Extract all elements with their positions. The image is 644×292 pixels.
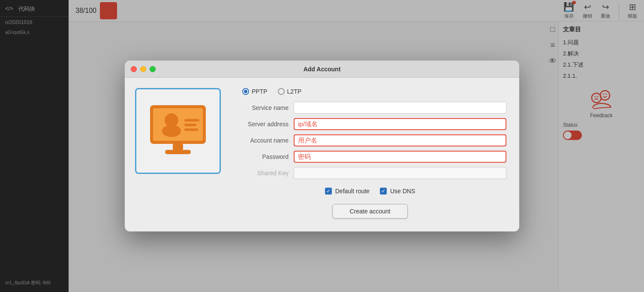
account-name-label: Account name	[234, 137, 294, 144]
account-name-row: Account name	[234, 134, 506, 146]
svg-rect-13	[173, 144, 183, 150]
window-controls	[131, 66, 156, 72]
password-input[interactable]	[294, 151, 506, 163]
password-row: Password	[234, 151, 506, 163]
protocol-radio-row: PPTP L2TP	[234, 88, 506, 95]
shared-key-row: Shared Key	[234, 167, 506, 179]
minimize-button[interactable]	[140, 66, 146, 72]
default-route-box: ✓	[325, 188, 332, 195]
dialog-icon-area	[135, 88, 221, 219]
default-route-check: ✓	[326, 189, 331, 194]
default-route-label: Default route	[335, 188, 370, 195]
vpn-icon-svg	[144, 97, 212, 165]
dialog-titlebar: Add Account	[125, 61, 519, 78]
default-route-checkbox[interactable]: ✓ Default route	[325, 188, 370, 195]
dialog-body: PPTP L2TP Service name Server address	[125, 78, 519, 231]
create-account-button[interactable]: Create account	[332, 204, 408, 219]
modal-overlay: Add Account	[0, 0, 644, 292]
svg-point-9	[162, 125, 181, 137]
l2tp-radio[interactable]: L2TP	[278, 88, 301, 95]
dialog-form-area: PPTP L2TP Service name Server address	[234, 88, 506, 219]
pptp-label: PPTP	[252, 88, 268, 95]
svg-rect-12	[184, 128, 198, 131]
l2tp-radio-circle	[278, 88, 285, 95]
account-icon	[135, 88, 221, 174]
checkboxes-row: ✓ Default route ✓ Use DNS	[234, 188, 506, 195]
svg-rect-10	[184, 119, 199, 122]
use-dns-label: Use DNS	[390, 188, 415, 195]
service-name-label: Service name	[234, 104, 294, 111]
shared-key-input[interactable]	[294, 167, 506, 179]
close-button[interactable]	[131, 66, 137, 72]
use-dns-box: ✓	[380, 188, 387, 195]
l2tp-label: L2TP	[287, 88, 301, 95]
shared-key-label: Shared Key	[234, 170, 294, 176]
add-account-dialog: Add Account	[125, 61, 519, 231]
maximize-button[interactable]	[150, 66, 156, 72]
use-dns-checkbox[interactable]: ✓ Use DNS	[380, 188, 415, 195]
pptp-radio-circle	[242, 88, 249, 95]
password-label: Password	[234, 153, 294, 160]
account-name-input[interactable]	[294, 134, 506, 146]
use-dns-check: ✓	[381, 189, 385, 194]
service-name-row: Service name	[234, 102, 506, 114]
server-address-row: Server address	[234, 118, 506, 130]
svg-rect-14	[165, 150, 191, 154]
service-name-input[interactable]	[294, 102, 506, 114]
pptp-radio[interactable]: PPTP	[242, 88, 268, 95]
dialog-title: Add Account	[304, 66, 341, 73]
server-address-input[interactable]	[294, 118, 506, 130]
svg-rect-11	[184, 124, 196, 126]
server-address-label: Server address	[234, 121, 294, 128]
